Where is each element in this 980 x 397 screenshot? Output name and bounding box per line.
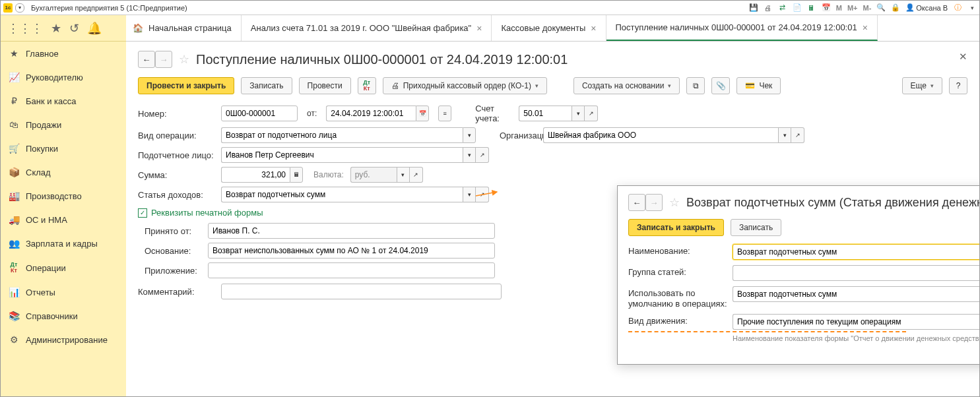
sidebar-item-9[interactable]: ДтКтОперации bbox=[1, 255, 126, 280]
number-input[interactable] bbox=[221, 106, 298, 121]
sidebar-item-6[interactable]: 🏭Производство bbox=[1, 184, 126, 208]
user-button[interactable]: 👤 Оксана В bbox=[905, 3, 948, 12]
lock-icon[interactable]: 🔒 bbox=[891, 3, 900, 13]
comment-input[interactable] bbox=[221, 284, 502, 299]
memory-mplus[interactable]: М+ bbox=[847, 4, 858, 12]
attach-input[interactable] bbox=[208, 262, 495, 278]
person-open-button[interactable]: ↗ bbox=[476, 147, 489, 163]
org-open-button[interactable]: ↗ bbox=[791, 127, 804, 143]
org-dropdown-button[interactable]: ▾ bbox=[778, 127, 791, 143]
sidebar-icon: 📊 bbox=[9, 287, 19, 297]
sidebar-item-12[interactable]: ⚙Администрирование bbox=[1, 328, 126, 351]
optype-input[interactable] bbox=[221, 127, 463, 143]
income-dropdown-button[interactable]: ▾ bbox=[463, 187, 476, 202]
tab-1[interactable]: Анализ счета 71.01 за 2019 г. ООО "Швейн… bbox=[242, 15, 492, 41]
check-button[interactable]: 💳 Чек bbox=[736, 77, 781, 94]
currency-dropdown-button[interactable]: ▾ bbox=[397, 167, 410, 183]
sidebar-item-5[interactable]: 📦Склад bbox=[1, 160, 126, 184]
apps-grid-icon[interactable]: ⋮⋮⋮ bbox=[7, 21, 43, 36]
close-icon[interactable]: ✕ bbox=[959, 51, 967, 63]
nav-forward-button[interactable]: → bbox=[155, 51, 172, 68]
income-input[interactable] bbox=[221, 187, 463, 202]
structure-button[interactable]: ⧉ bbox=[686, 77, 705, 94]
app-menu-dropdown[interactable]: ▾ bbox=[15, 3, 24, 13]
notifications-icon[interactable]: 🔔 bbox=[87, 21, 102, 36]
tab-close-icon[interactable]: × bbox=[476, 23, 482, 34]
income-open-button[interactable]: ↗ bbox=[476, 187, 489, 202]
sidebar-item-3[interactable]: 🛍Продажи bbox=[1, 113, 126, 137]
sum-calc-button[interactable]: 🖩 bbox=[290, 167, 303, 183]
popup-group-input[interactable] bbox=[733, 265, 980, 281]
tab-close-icon[interactable]: × bbox=[863, 22, 868, 33]
optype-dropdown-button[interactable]: ▾ bbox=[463, 127, 476, 143]
save-button[interactable]: Записать bbox=[241, 77, 292, 94]
tab-label: Поступление наличных 0Ш00-000001 от 24.0… bbox=[616, 22, 857, 32]
tab-3[interactable]: Поступление наличных 0Ш00-000001 от 24.0… bbox=[606, 15, 878, 41]
sidebar-item-8[interactable]: 👥Зарплата и кадры bbox=[1, 231, 126, 255]
info-icon[interactable]: ⓘ bbox=[953, 3, 962, 13]
help-button[interactable]: ? bbox=[949, 77, 967, 94]
sidebar-item-label: Банк и касса bbox=[26, 96, 77, 106]
print-icon[interactable]: 🖨 bbox=[764, 3, 773, 13]
sidebar-item-2[interactable]: ₽Банк и касса bbox=[1, 89, 126, 113]
history-icon[interactable]: ↺ bbox=[69, 21, 79, 36]
popup-hint: Наименование показателя формы "Отчет о д… bbox=[733, 334, 980, 343]
list-button[interactable]: ≡ bbox=[438, 106, 451, 121]
person-dropdown-button[interactable]: ▾ bbox=[463, 147, 476, 163]
calculator-icon[interactable]: 🖩 bbox=[807, 3, 816, 13]
date-input[interactable] bbox=[326, 106, 416, 121]
received-input[interactable] bbox=[208, 223, 495, 239]
tabs-bar: 🏠Начальная страницаАнализ счета 71.01 за… bbox=[126, 15, 979, 42]
tab-2[interactable]: Кассовые документы× bbox=[492, 15, 606, 41]
print-button[interactable]: 🖨 Приходный кассовый ордер (КО-1) ▾ bbox=[383, 77, 547, 94]
home-icon: 🏠 bbox=[133, 23, 143, 33]
favorites-icon[interactable]: ★ bbox=[51, 21, 61, 36]
popup-default-input[interactable] bbox=[733, 286, 980, 302]
person-input[interactable] bbox=[221, 147, 463, 163]
calendar-icon[interactable]: 📅 bbox=[822, 3, 831, 13]
popup-save-button[interactable]: Записать bbox=[731, 219, 781, 236]
sidebar-item-10[interactable]: 📊Отчеты bbox=[1, 280, 126, 304]
popup-name-input[interactable] bbox=[733, 244, 980, 260]
preview-icon[interactable]: 📄 bbox=[793, 3, 802, 13]
chevron-down-icon[interactable]: ▾ bbox=[967, 3, 977, 13]
sidebar-item-11[interactable]: 📚Справочники bbox=[1, 304, 126, 328]
calendar-picker-button[interactable]: 📅 bbox=[416, 106, 429, 121]
sidebar-item-label: Зарплата и кадры bbox=[26, 239, 98, 249]
tab-close-icon[interactable]: × bbox=[591, 23, 596, 34]
memory-m[interactable]: М bbox=[836, 4, 842, 12]
popup-favorite-star-icon[interactable]: ☆ bbox=[669, 195, 680, 210]
zoom-icon[interactable]: 🔍 bbox=[876, 3, 886, 13]
tab-label: Кассовые документы bbox=[501, 23, 585, 33]
more-button[interactable]: Еще ▾ bbox=[902, 77, 942, 94]
sidebar-icon: ⚙ bbox=[9, 334, 19, 345]
currency-open-button[interactable]: ↗ bbox=[410, 167, 423, 183]
sidebar-item-7[interactable]: 🚚ОС и НМА bbox=[1, 208, 126, 231]
save-icon[interactable]: 💾 bbox=[749, 3, 758, 13]
sidebar-item-1[interactable]: 📈Руководителю bbox=[1, 65, 126, 89]
create-based-button[interactable]: Создать на основании ▾ bbox=[573, 77, 680, 94]
sidebar-item-4[interactable]: 🛒Покупки bbox=[1, 137, 126, 160]
tab-0[interactable]: 🏠Начальная страница bbox=[126, 15, 242, 41]
popup-nav-forward-button[interactable]: → bbox=[645, 194, 663, 211]
compare-icon[interactable]: ⇄ bbox=[778, 3, 787, 13]
favorite-star-icon[interactable]: ☆ bbox=[179, 52, 189, 67]
popup-movetype-input[interactable] bbox=[733, 314, 980, 330]
basis-input[interactable] bbox=[208, 243, 495, 259]
sum-input[interactable] bbox=[221, 167, 290, 183]
popup-save-close-button[interactable]: Записать и закрыть bbox=[628, 219, 724, 236]
movements-button[interactable]: ДтКт bbox=[358, 77, 376, 94]
memory-mminus[interactable]: М- bbox=[863, 4, 871, 12]
account-open-button[interactable]: ↗ bbox=[585, 106, 598, 121]
post-button[interactable]: Провести bbox=[299, 77, 351, 94]
popup-nav-back-button[interactable]: ← bbox=[628, 194, 645, 211]
attach-button[interactable]: 📎 bbox=[711, 77, 730, 94]
nav-back-button[interactable]: ← bbox=[138, 51, 155, 68]
sidebar-item-0[interactable]: ★Главное bbox=[1, 42, 126, 65]
account-input[interactable] bbox=[519, 106, 572, 121]
post-and-close-button[interactable]: Провести и закрыть bbox=[138, 77, 234, 94]
org-input[interactable] bbox=[543, 127, 778, 143]
popup-group-label: Группа статей: bbox=[628, 265, 727, 278]
account-dropdown-button[interactable]: ▾ bbox=[572, 106, 585, 121]
sidebar-icon: ★ bbox=[9, 48, 19, 59]
